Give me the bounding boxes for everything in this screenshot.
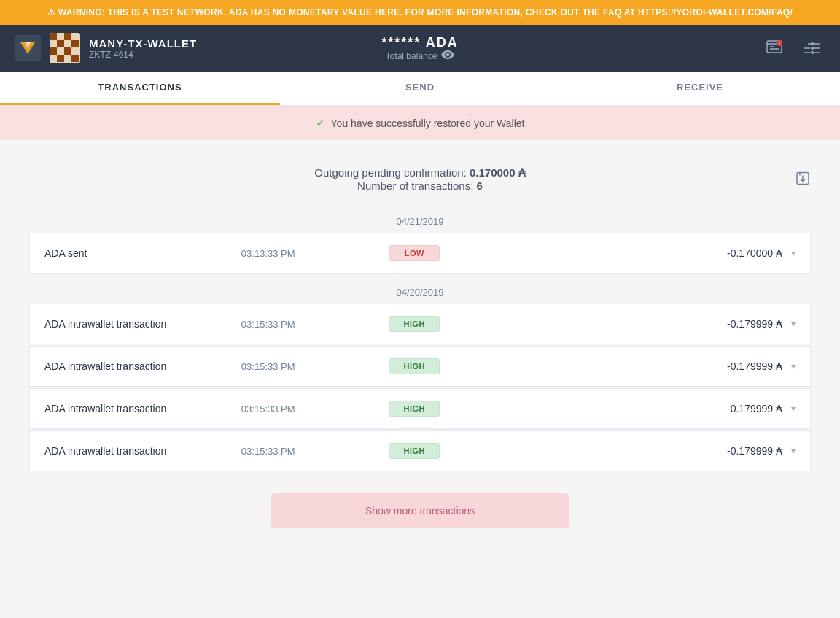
- settings-icon[interactable]: [799, 35, 825, 61]
- tx-type: ADA intrawallet transaction: [44, 360, 241, 372]
- svg-rect-2: [50, 33, 57, 40]
- check-icon: ✓: [316, 116, 325, 130]
- notifications-icon[interactable]: !: [761, 35, 788, 61]
- tx-type: ADA intrawallet transaction: [44, 445, 241, 457]
- tab-send[interactable]: SEND: [280, 72, 560, 105]
- balance-amount: ****** ADA: [285, 35, 556, 50]
- tx-time: 03:15:33 PM: [241, 403, 389, 414]
- tx-time: 03:13:33 PM: [241, 248, 389, 259]
- svg-rect-15: [71, 47, 79, 55]
- svg-point-25: [811, 47, 814, 50]
- svg-rect-10: [57, 33, 64, 40]
- expand-icon[interactable]: ▾: [791, 403, 796, 414]
- header-center: ****** ADA Total balance: [285, 35, 556, 61]
- tx-type: ADA sent: [44, 247, 241, 259]
- svg-rect-17: [64, 55, 71, 62]
- header-left: MANY-TX-WALLET ZKTZ-4614: [15, 33, 285, 63]
- tab-bar: TRANSACTIONS SEND RECEIVE: [0, 72, 840, 106]
- svg-rect-5: [71, 40, 79, 47]
- tx-amount: -0.179999 ₳: [586, 318, 782, 330]
- yoroi-logo-icon: [15, 35, 41, 61]
- show-more-button[interactable]: Show more transactions: [271, 493, 569, 528]
- svg-rect-4: [57, 40, 64, 47]
- svg-rect-6: [50, 47, 57, 55]
- tx-time: 03:15:33 PM: [241, 446, 389, 457]
- tx-amount: -0.179999 ₳: [586, 360, 782, 372]
- balance-label: Total balance: [285, 50, 556, 61]
- table-row: ADA intrawallet transaction 03:15:33 PM …: [29, 388, 811, 429]
- toggle-balance-icon[interactable]: [441, 50, 454, 61]
- status-badge: HIGH: [389, 443, 440, 459]
- pending-amount: 0.170000 ₳: [470, 166, 526, 179]
- tx-badge: HIGH: [389, 443, 586, 459]
- wallet-name: MANY-TX-WALLET: [89, 37, 197, 50]
- date-separator-2: 04/20/2019: [29, 275, 811, 304]
- svg-rect-3: [64, 33, 71, 40]
- svg-rect-8: [57, 55, 64, 62]
- tx-type: ADA intrawallet transaction: [44, 318, 241, 330]
- expand-icon[interactable]: ▾: [791, 446, 796, 456]
- pending-info: Outgoing pending confirmation: 0.170000 …: [29, 155, 811, 204]
- svg-rect-7: [64, 47, 71, 55]
- table-row: ADA intrawallet transaction 03:15:33 PM …: [29, 346, 811, 387]
- table-row: ADA intrawallet transaction 03:15:33 PM …: [29, 430, 811, 471]
- status-badge: HIGH: [389, 401, 440, 417]
- table-row: ADA intrawallet transaction 03:15:33 PM …: [29, 304, 811, 344]
- tx-badge: HIGH: [389, 358, 586, 374]
- pending-label: Outgoing pending confirmation:: [314, 166, 466, 179]
- expand-icon[interactable]: ▾: [791, 248, 796, 258]
- warning-text: ⚠ WARNING: THIS IS A TEST NETWORK. ADA H…: [47, 7, 638, 18]
- svg-rect-9: [71, 55, 79, 62]
- header: MANY-TX-WALLET ZKTZ-4614 ****** ADA Tota…: [0, 25, 840, 72]
- expand-icon[interactable]: ▾: [791, 361, 796, 371]
- tx-amount: -0.179999 ₳: [586, 403, 782, 414]
- tab-receive[interactable]: RECEIVE: [560, 72, 840, 105]
- svg-rect-16: [50, 55, 57, 62]
- wallet-info: MANY-TX-WALLET ZKTZ-4614: [89, 37, 197, 60]
- wallet-avatar: [50, 33, 80, 63]
- main-content: Outgoing pending confirmation: 0.170000 …: [0, 140, 840, 565]
- success-banner: ✓ You have successfully restored your Wa…: [0, 106, 840, 140]
- success-message: You have successfully restored your Wall…: [331, 117, 525, 129]
- svg-point-26: [811, 51, 814, 54]
- warning-link[interactable]: HTTPS://YOROI-WALLET.COM/FAQ/: [638, 7, 793, 18]
- status-badge: LOW: [389, 245, 440, 261]
- tx-badge: HIGH: [389, 401, 586, 417]
- wallet-id: ZKTZ-4614: [89, 50, 197, 60]
- tx-amount: -0.179999 ₳: [586, 445, 782, 457]
- svg-rect-11: [71, 33, 79, 40]
- svg-rect-13: [64, 40, 71, 47]
- table-row: ADA sent 03:13:33 PM LOW -0.170000 ₳ ▾: [29, 233, 811, 274]
- tx-amount: -0.170000 ₳: [586, 247, 782, 259]
- tab-transactions[interactable]: TRANSACTIONS: [0, 72, 280, 105]
- export-button[interactable]: [795, 170, 811, 188]
- tx-badge: LOW: [389, 245, 586, 261]
- expand-icon[interactable]: ▾: [791, 319, 796, 329]
- svg-rect-12: [50, 40, 57, 47]
- header-right: !: [555, 35, 825, 61]
- tx-type: ADA intrawallet transaction: [44, 403, 241, 414]
- status-badge: HIGH: [389, 358, 440, 374]
- warning-bar: ⚠ WARNING: THIS IS A TEST NETWORK. ADA H…: [0, 0, 840, 25]
- tx-time: 03:15:33 PM: [241, 319, 389, 330]
- tx-badge: HIGH: [389, 316, 586, 332]
- tx-count: 6: [477, 179, 483, 192]
- tx-count-label: Number of transactions:: [357, 179, 473, 192]
- date-separator-1: 04/21/2019: [29, 204, 811, 233]
- tx-time: 03:15:33 PM: [241, 361, 389, 372]
- status-badge: HIGH: [389, 316, 440, 332]
- svg-rect-14: [57, 47, 64, 55]
